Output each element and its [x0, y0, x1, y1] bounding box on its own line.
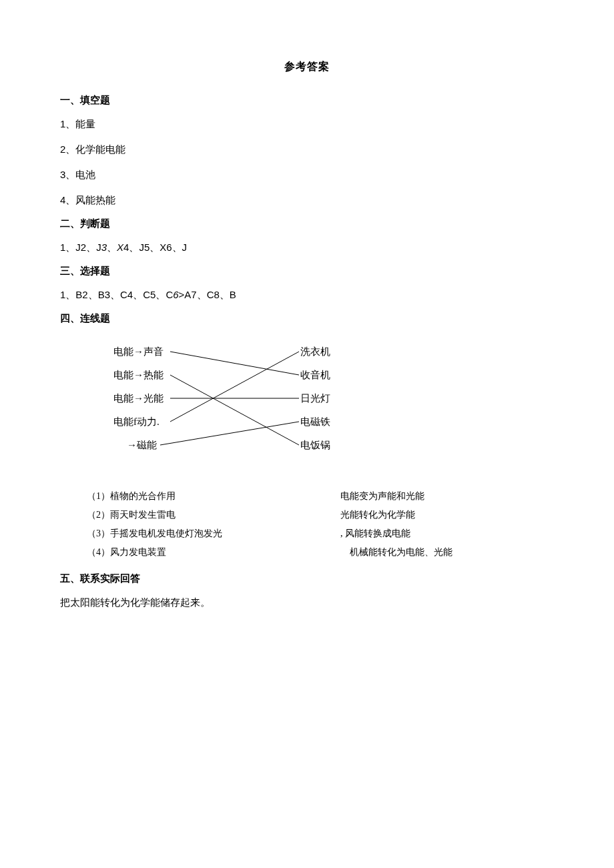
match-line-1 — [170, 352, 299, 375]
section-5-head: 五、联系实际回答 — [60, 572, 554, 585]
s2-text-mid2: 4、J5、X6、J — [123, 242, 187, 253]
section-4-head: 四、连线题 — [60, 312, 554, 325]
diag-left-2: 电能→热能 — [113, 370, 164, 380]
m2-left-1: （1）植物的光合作用 — [87, 487, 340, 506]
m2-right-3: , 风能转换成电能 — [340, 524, 554, 543]
s2-answer-1: 1、J2、J3、X4、J5、X6、J — [60, 240, 554, 256]
s5-answer-1: 把太阳能转化为化学能储存起来。 — [60, 594, 554, 610]
section-2-head: 二、判断题 — [60, 218, 554, 230]
s2-italic-2: X — [117, 242, 123, 253]
diag-right-2: 收音机 — [300, 370, 330, 380]
page-title: 参考答案 — [60, 60, 554, 74]
s3-text-pre: 1、B2、B3、C4、C5、C — [60, 289, 173, 300]
diag-right-5: 电饭锅 — [300, 440, 330, 450]
diag-left-5: →磁能 — [127, 440, 157, 450]
s2-text-mid1: 、 — [107, 242, 117, 253]
match-line-2 — [170, 375, 299, 445]
s1-answer-2: 2、化学能电能 — [60, 141, 554, 157]
diag-left-4: 电能f动力. — [113, 416, 160, 427]
s3-italic: 6 — [173, 289, 178, 300]
s1-answer-4: 4、风能热能 — [60, 192, 554, 208]
s1-answer-3: 3、电池 — [60, 167, 554, 183]
section-1-head: 一、填空题 — [60, 94, 554, 107]
diag-left-1: 电能→声音 — [113, 346, 164, 357]
matching-svg: 电能→声音 电能→热能 电能→光能 电能f动力. →磁能 洗衣机 收音机 日光灯… — [87, 338, 354, 465]
diag-right-1: 洗衣机 — [300, 346, 330, 357]
diag-right-3: 日光灯 — [300, 393, 330, 404]
m2-left-4: （4）风力发电装置 — [87, 543, 340, 562]
s2-text: 1、J2、J — [60, 242, 101, 253]
s3-answer-1: 1、B2、B3、C4、C5、C6>A7、C8、B — [60, 287, 554, 303]
m2-left-2: （2）雨天时发生雷电 — [87, 506, 340, 524]
diag-right-4: 电磁铁 — [300, 416, 330, 427]
s1-answer-1: 1、能量 — [60, 116, 554, 132]
matching-set-2: （1）植物的光合作用 （2）雨天时发生雷电 （3）手摇发电机发电使灯泡发光 （4… — [87, 487, 554, 562]
diag-left-3: 电能→光能 — [113, 393, 164, 404]
matching-diagram: 电能→声音 电能→热能 电能→光能 电能f动力. →磁能 洗衣机 收音机 日光灯… — [87, 338, 554, 467]
section-3-head: 三、选择题 — [60, 265, 554, 278]
m2-right-4: 机械能转化为电能、光能 — [340, 543, 554, 562]
m2-right-2: 光能转化为化学能 — [340, 506, 554, 524]
match-line-4 — [170, 352, 299, 422]
s3-text-post: >A7、C8、B — [179, 289, 236, 300]
s2-italic-1: 3 — [101, 242, 107, 253]
m2-right-1: 电能变为声能和光能 — [340, 487, 554, 506]
m2-left-3: （3）手摇发电机发电使灯泡发光 — [87, 524, 340, 543]
